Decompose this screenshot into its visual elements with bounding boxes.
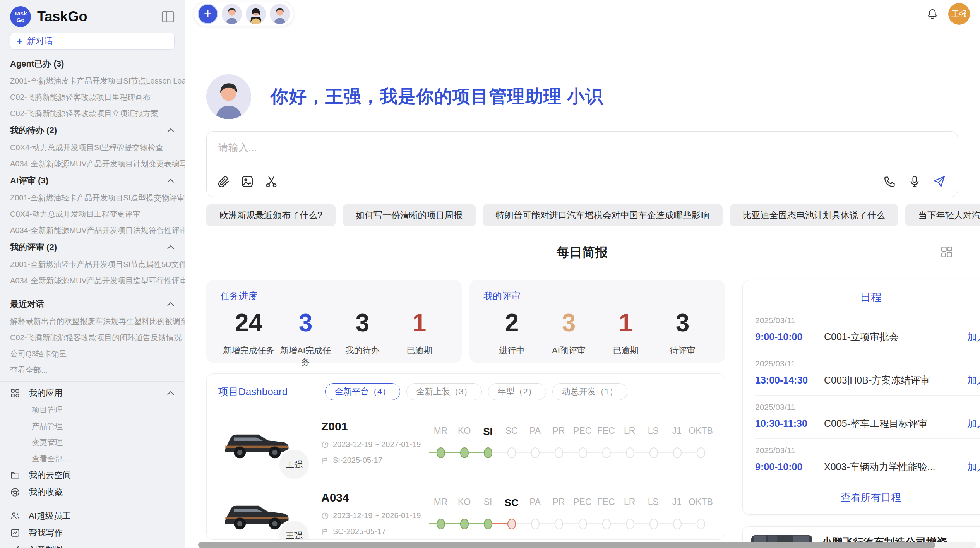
suggestion-chip[interactable]: 如何写一份清晰的项目周报 — [343, 204, 476, 226]
list-item[interactable]: Z001-全新燃油轻卡产品开发项目SI节点属性5D文件评审 — [0, 256, 185, 272]
milestone-dot-done — [484, 519, 492, 529]
phone-call-icon[interactable] — [883, 175, 896, 188]
recent-chat-item[interactable]: C02-飞腾新能源轻客改款项目的闭环通告反馈情况 — [0, 329, 185, 346]
recent-chat-item[interactable]: 解释最新出台的欧盟报废车法规再生塑料比例被调至15%... — [0, 313, 185, 329]
view-all-schedule-link[interactable]: 查看所有日程 — [755, 482, 980, 507]
sidebar-item-my-favorites[interactable]: 我的收藏 — [0, 484, 185, 501]
milestone-label: OKTB — [689, 426, 713, 438]
section-header-recent-chats[interactable]: 最近对话 — [0, 295, 185, 313]
composer-tools — [217, 175, 278, 188]
join-meeting-link[interactable]: 加入 — [967, 461, 980, 473]
milestone-dot-overdue — [507, 519, 516, 529]
list-item[interactable]: C02-飞腾新能源轻客改款项目里程碑画布 — [0, 89, 185, 105]
join-meeting-link[interactable]: 加入 — [967, 374, 980, 387]
dashboard-header: 项目Dashboard 全新平台（4） 全新上装（3） 年型（2） 动总开发（1… — [218, 383, 713, 400]
divider — [0, 292, 185, 292]
collapse-sidebar-icon[interactable] — [161, 11, 175, 22]
schedule-event-title: C001-立项审批会 — [824, 331, 962, 343]
project-row[interactable]: 王强 Z001 2023-12-19 ~ 2027-01-19 SI-2025-… — [218, 413, 713, 471]
pen-icon — [10, 545, 20, 548]
assistant-avatar[interactable] — [222, 4, 242, 24]
notification-bell-icon[interactable] — [927, 8, 938, 20]
new-chat-button[interactable]: + 新对话 — [10, 33, 175, 50]
suggestion-chips: 欧洲新规最近颁布了什么? 如何写一份清晰的项目周报 特朗普可能对进口汽车增税会对… — [206, 204, 958, 226]
suggestion-chip[interactable]: 欧洲新规最近颁布了什么? — [206, 204, 336, 226]
briefing-left-column: 任务进度 24 新增完成任务 3 新增AI完成任务 3 — [206, 280, 725, 548]
chevron-up-icon — [167, 391, 175, 396]
section-header-agent-done[interactable]: Agent已办 (3) — [0, 55, 185, 73]
user-avatar[interactable]: 王强 — [948, 3, 970, 25]
tab-new-platform[interactable]: 全新平台（4） — [325, 383, 400, 400]
milestone-dot-done — [484, 447, 492, 458]
dashboard-title[interactable]: 项目Dashboard — [218, 385, 325, 399]
assistant-avatar[interactable] — [270, 4, 290, 24]
list-item[interactable]: A034-全新新能源MUV产品开发项目法规符合性评审 — [0, 222, 185, 238]
sidebar-item-change-mgmt[interactable]: 变更管理 — [0, 434, 185, 450]
schedule-time: 9:00-10:00 — [755, 331, 824, 342]
section-header-my-review[interactable]: 我的评审 (2) — [0, 238, 185, 256]
microphone-icon[interactable] — [908, 175, 921, 188]
card-title[interactable]: 我的评审 — [483, 290, 711, 302]
section-header-my-todo[interactable]: 我的待办 (2) — [0, 122, 185, 139]
sidebar-item-my-cloud[interactable]: 我的云空间 — [0, 467, 185, 484]
milestone-label: LR — [618, 497, 641, 509]
milestone-dot — [579, 519, 587, 529]
stat-cell: 3 新增AI完成任务 — [277, 308, 334, 368]
list-item[interactable]: C0X4-动力总成开发项目SI里程碑提交物检查 — [0, 139, 185, 156]
horizontal-scrollbar-thumb[interactable] — [198, 542, 935, 548]
briefing-right-column: 日程 2025/03/11 9:00-10:00 C001-立项审批会 加入 2… — [742, 280, 980, 548]
sidebar-item-product-mgmt[interactable]: 产品管理 — [0, 418, 185, 434]
milestone-dot — [697, 519, 705, 529]
sidebar-item-project-mgmt[interactable]: 项目管理 — [0, 402, 185, 418]
chevron-up-icon — [167, 302, 175, 307]
view-all-apps-link[interactable]: 查看全部... — [0, 450, 185, 467]
sidebar-item-ai-super-staff[interactable]: AI超级员工 — [0, 507, 185, 524]
milestone-label: LS — [641, 426, 665, 438]
milestone-label: PEC — [571, 426, 594, 438]
send-icon[interactable] — [933, 175, 946, 188]
card-title[interactable]: 任务进度 — [220, 290, 448, 302]
milestone-timeline: MR KO SI SC PA PR PEC FEC LR LS J1 — [429, 497, 713, 531]
recent-chat-item[interactable]: 公司Q3轻卡销量 — [0, 346, 185, 362]
milestone-dot — [602, 519, 611, 529]
suggestion-chip[interactable]: 特朗普可能对进口汽车增税会对中国车企造成哪些影响 — [483, 204, 723, 226]
milestone-label: KO — [452, 497, 476, 509]
list-item[interactable]: A034-全新新能源MUV产品开发项目计划变更表编写 — [0, 156, 185, 172]
divider — [0, 504, 185, 504]
tab-new-body[interactable]: 全新上装（3） — [406, 383, 481, 400]
join-meeting-link[interactable]: 加入 — [967, 417, 980, 430]
join-meeting-link[interactable]: 加入 — [967, 331, 980, 343]
sidebar-item-creative-drawing[interactable]: 创意制图 — [0, 541, 185, 548]
list-item[interactable]: Z001-全新燃油轻卡产品开发项目SI造型提交物评审 — [0, 190, 185, 206]
daily-briefing-header: 每日简报 — [206, 244, 958, 261]
view-all-chats-link[interactable]: 查看全部... — [0, 362, 185, 378]
project-row[interactable]: 王强 A034 2023-12-19 ~ 2026-01-19 SC-2025-… — [218, 485, 713, 540]
suggestion-chip[interactable]: 当下年轻人对汽车外观有怎样的喜好趋势 — [905, 204, 980, 226]
add-assistant-button[interactable]: + — [198, 4, 218, 24]
task-progress-card: 任务进度 24 新增完成任务 3 新增AI完成任务 3 — [206, 280, 462, 363]
schedule-title: 日程 — [755, 290, 980, 305]
tab-powertrain[interactable]: 动总开发（1） — [552, 383, 627, 400]
section-header-ai-review[interactable]: AI评审 (3) — [0, 172, 185, 190]
main-area: + 王强 你好，王强，我是你的项目管理助理 小识 — [185, 0, 980, 548]
stat-value: 3 — [277, 308, 334, 337]
list-item[interactable]: C02-飞腾新能源轻客改款项目立项汇报方案 — [0, 105, 185, 122]
list-item[interactable]: Z001-全新燃油皮卡产品开发项目SI节点Lesson Learn报告 — [0, 73, 185, 89]
stat-cell: 24 新增完成任务 — [220, 308, 277, 368]
milestone-label: PA — [523, 497, 547, 509]
sidebar-item-my-apps[interactable]: 我的应用 — [0, 385, 185, 402]
assistant-avatar[interactable] — [246, 4, 266, 24]
image-icon[interactable] — [241, 175, 254, 188]
sidebar-item-help-me-write[interactable]: 帮我写作 — [0, 524, 185, 541]
people-icon — [10, 511, 20, 521]
list-item[interactable]: A034-全新新能源MUV产品开发项目造型可行性评审 — [0, 272, 185, 289]
list-item[interactable]: C0X4-动力总成开发项目工程变更评审 — [0, 206, 185, 222]
project-info: Z001 2023-12-19 ~ 2027-01-19 SI-2025-05-… — [321, 420, 425, 465]
app-grid-icon — [10, 388, 20, 398]
attachment-icon[interactable] — [217, 175, 230, 188]
tab-year-model[interactable]: 年型（2） — [488, 383, 546, 400]
suggestion-chip[interactable]: 比亚迪全固态电池计划具体说了什么 — [730, 204, 898, 226]
layout-grid-icon[interactable] — [940, 245, 953, 259]
chat-input[interactable] — [218, 142, 946, 154]
scissors-icon[interactable] — [265, 175, 278, 188]
